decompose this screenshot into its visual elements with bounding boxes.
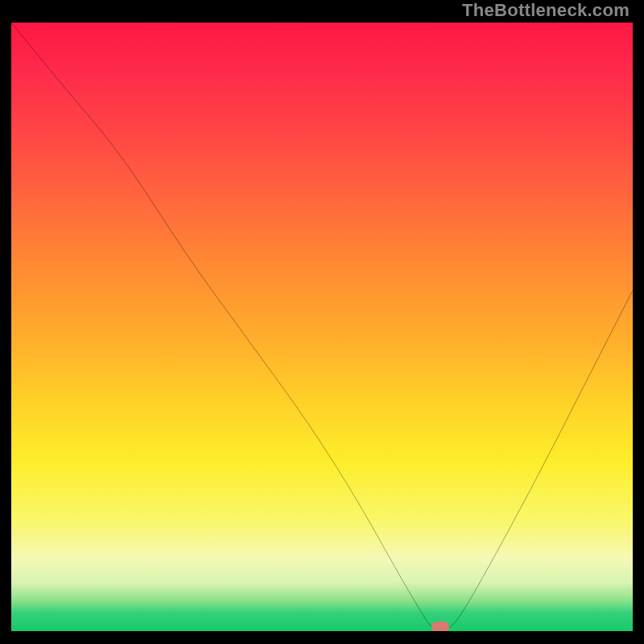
chart-frame: TheBottleneck.com <box>0 0 644 644</box>
watermark-text: TheBottleneck.com <box>462 0 630 21</box>
optimum-marker <box>431 621 449 631</box>
bottleneck-curve <box>11 23 633 631</box>
plot-area <box>11 23 633 631</box>
curve-path <box>11 23 633 631</box>
